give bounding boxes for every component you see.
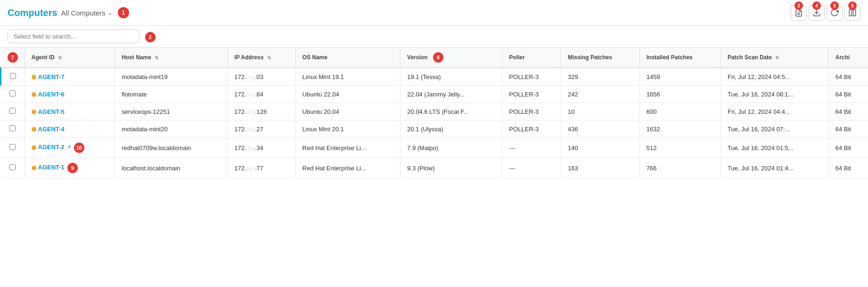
cell-missing-patches: 329 — [561, 68, 639, 86]
table-row: AGENT-5serviceops-12251172.·····.128Ubun… — [1, 103, 868, 120]
all-computers-label: All Computers — [61, 9, 106, 17]
cell-os-name: Linux Mint 19.1 — [295, 68, 401, 86]
cell-agent-id: AGENT-5 — [25, 103, 115, 120]
cell-installed-patches: 1632 — [639, 120, 721, 138]
cell-patch-scan-date: Tue, Jul 16, 2024 01:5... — [721, 138, 828, 158]
cell-version: 9.3 (Plow) — [401, 158, 502, 178]
cell-poller: POLLER-3 — [502, 68, 561, 86]
table-row: AGENT-6flotomate172.·····.84Ubuntu 22.04… — [1, 86, 868, 103]
sort-patch-date-icon: ⇅ — [775, 55, 779, 60]
status-dot — [32, 145, 36, 150]
header: Computers All Computers ⌄ 1 3 4 5 6 — [0, 0, 868, 26]
ip-blurred: ····· — [246, 144, 255, 151]
cell-os-name: Ubuntu 22.04 — [295, 86, 401, 103]
badge-3: 3 — [794, 1, 803, 10]
export-button[interactable]: 3 — [791, 5, 807, 21]
col-host-name[interactable]: Host Name ⇅ — [115, 48, 228, 68]
cell-patch-scan-date: Fri, Jul 12, 2024 04:4... — [721, 103, 828, 120]
refresh-button[interactable]: 5 — [827, 5, 843, 21]
col-missing-patches[interactable]: Missing Patches — [561, 48, 639, 68]
external-link-icon[interactable]: ↗ — [66, 144, 71, 151]
col-version[interactable]: Version 8 — [401, 48, 502, 68]
row-checkbox-cell — [1, 120, 25, 138]
cell-installed-patches: 600 — [639, 103, 721, 120]
badge-6: 6 — [848, 1, 857, 10]
cell-agent-id: AGENT-6 — [25, 86, 115, 103]
agent-id-link[interactable]: AGENT-7 — [38, 73, 65, 80]
cell-arch: 64 Bit — [828, 68, 868, 86]
cell-ip-address: 172.·····.34 — [228, 138, 295, 158]
badge-5: 5 — [830, 1, 839, 10]
col-patch-scan-date[interactable]: Patch Scan Date ⇅ — [721, 48, 828, 68]
cell-missing-patches: 436 — [561, 120, 639, 138]
cell-arch: 64 Bit — [828, 120, 868, 138]
cell-ip-address: 172.·····.128 — [228, 103, 295, 120]
cell-version: 20.04.6 LTS (Focal F... — [401, 103, 502, 120]
svg-rect-4 — [853, 9, 856, 16]
table-header-row: 7 Agent ID ⇅ Host Name ⇅ IP Address ⇅ OS… — [1, 48, 868, 68]
row-checkbox[interactable] — [9, 90, 16, 96]
col-arch[interactable]: Archi — [828, 48, 868, 68]
ip-blurred: ····· — [246, 108, 255, 115]
page-title: Computers — [8, 8, 57, 18]
row-checkbox-cell — [1, 103, 25, 120]
cell-missing-patches: 140 — [561, 138, 639, 158]
cell-agent-id: AGENT-2↗10 — [25, 138, 115, 158]
status-dot — [32, 110, 36, 114]
col-poller[interactable]: Poller — [502, 48, 561, 68]
cell-agent-id: AGENT-19 — [25, 158, 115, 178]
cell-ip-address: 172.·····.84 — [228, 86, 295, 103]
col-agent-id[interactable]: Agent ID ⇅ — [25, 48, 115, 68]
cell-installed-patches: 1656 — [639, 86, 721, 103]
cell-host-name: redhat0709w.localdomain — [115, 138, 228, 158]
annotation-badge-9: 9 — [67, 163, 78, 173]
cell-arch: 64 Bit — [828, 138, 868, 158]
chevron-down-icon: ⌄ — [107, 9, 112, 16]
cell-poller: --- — [502, 138, 561, 158]
cell-poller: --- — [502, 158, 561, 178]
columns-button[interactable]: 6 — [844, 5, 860, 21]
col-ip-address[interactable]: IP Address ⇅ — [228, 48, 295, 68]
cell-installed-patches: 766 — [639, 158, 721, 178]
col-checkbox: 7 — [1, 48, 25, 68]
cell-os-name: Linux Mint 20.1 — [295, 120, 401, 138]
search-input[interactable] — [8, 30, 139, 43]
table-container: 7 Agent ID ⇅ Host Name ⇅ IP Address ⇅ OS… — [0, 48, 868, 178]
annotation-badge-2: 2 — [145, 32, 156, 42]
cell-agent-id: AGENT-7 — [25, 68, 115, 86]
row-checkbox[interactable] — [9, 125, 16, 131]
status-dot — [32, 166, 36, 170]
sort-ip-icon: ⇅ — [267, 55, 271, 60]
cell-missing-patches: 242 — [561, 86, 639, 103]
cell-version: 20.1 (Ulyssa) — [401, 120, 502, 138]
status-dot — [32, 75, 36, 80]
col-os-name[interactable]: OS Name — [295, 48, 401, 68]
table-row: AGENT-4motadata-mint20172.·····.27Linux … — [1, 120, 868, 138]
col-installed-patches[interactable]: Installed Patches — [639, 48, 721, 68]
cell-host-name: motadata-mint19 — [115, 68, 228, 86]
row-checkbox[interactable] — [9, 164, 16, 170]
cell-poller: POLLER-3 — [502, 120, 561, 138]
cell-installed-patches: 1459 — [639, 68, 721, 86]
agent-id-link[interactable]: AGENT-2 — [38, 144, 65, 151]
row-checkbox[interactable] — [9, 144, 16, 150]
agent-id-link[interactable]: AGENT-1 — [38, 164, 65, 171]
status-dot — [32, 92, 36, 97]
agent-id-link[interactable]: AGENT-4 — [38, 126, 65, 133]
cell-os-name: Red Hat Enterprise Li... — [295, 158, 401, 178]
row-checkbox[interactable] — [10, 73, 16, 79]
agent-id-link[interactable]: AGENT-6 — [38, 91, 65, 98]
sort-host-name-icon: ⇅ — [155, 55, 158, 60]
table-body: AGENT-7motadata-mint19172.·····.03Linux … — [1, 68, 868, 178]
sort-agent-id-icon: ⇅ — [58, 55, 62, 60]
row-checkbox-cell — [1, 158, 25, 178]
row-checkbox[interactable] — [9, 108, 16, 114]
download-button[interactable]: 4 — [809, 5, 825, 21]
badge-1: 1 — [118, 7, 129, 18]
agent-id-link[interactable]: AGENT-5 — [38, 108, 65, 115]
header-left: Computers All Computers ⌄ 1 — [8, 7, 129, 18]
status-dot — [32, 127, 36, 132]
cell-ip-address: 172.·····.77 — [228, 158, 295, 178]
cell-poller: POLLER-3 — [502, 103, 561, 120]
annotation-badge-8: 8 — [433, 52, 443, 63]
